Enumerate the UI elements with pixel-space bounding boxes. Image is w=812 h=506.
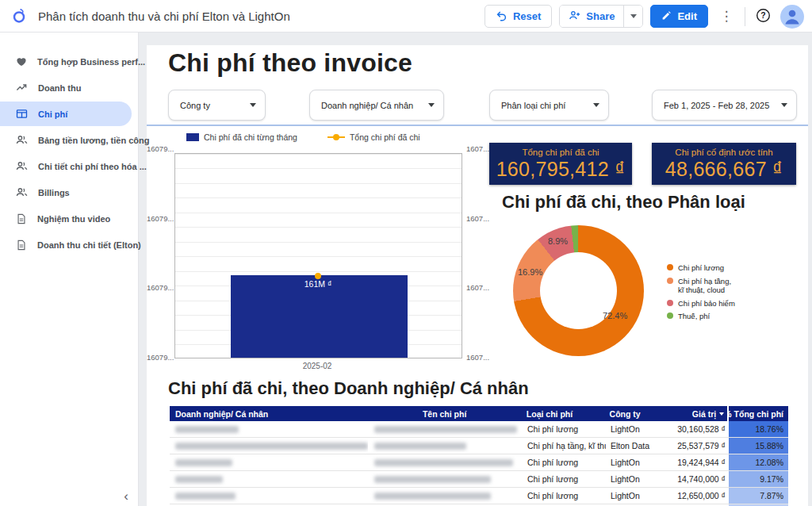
share-button[interactable]: Share (560, 6, 623, 27)
filter-expense-category[interactable]: Phân loại chi phí (489, 90, 609, 121)
donut-legend-item: Chi phí hạ tầng, kĩ thuật, cloud (667, 277, 735, 295)
cell-expense-name-redacted (368, 454, 523, 470)
expense-table: Doanh nghiệp/ Cá nhân Tên chi phí Loại c… (170, 406, 788, 506)
section-divider (147, 125, 808, 126)
cell-value: 25,537,579 ₫ (669, 438, 729, 454)
cell-expense-name-redacted (368, 438, 523, 454)
cell-business-redacted (170, 454, 368, 470)
bar-chart-plot: 161M ₫ (174, 153, 462, 358)
sidebar-item-label: Billings (38, 188, 70, 197)
report-canvas: Chi phí theo invoice Công ty Doanh nghiệ… (147, 45, 808, 506)
cell-pct-heat: 9.17% (729, 471, 788, 487)
header-divider (745, 7, 745, 26)
redacted-text (175, 459, 232, 466)
sidebar-item-tong-hop-business[interactable]: Tổng hợp Business perf... (0, 49, 132, 74)
cell-expense-name-redacted (368, 421, 523, 437)
redacted-text (175, 443, 368, 450)
cell-expense-type: Chi phí lương (523, 421, 606, 437)
legend-dot (667, 312, 673, 319)
donut-legend-item: Thuế, phí (667, 312, 735, 321)
filter-date-range[interactable]: Feb 1, 2025 - Feb 28, 2025 (652, 90, 797, 121)
sidebar-item-label: Bảng tiền lương, tiền công (38, 136, 149, 145)
legend-item-bar: Chi phí đã chi từng tháng (186, 132, 297, 142)
cell-pct-heat: 18.76% (729, 421, 788, 437)
table-body: Chi phí lươngLightOn30,160,528 ₫18.76%Ch… (170, 421, 788, 506)
donut-legend: Chi phí lương Chi phí hạ tầng, kĩ thuật,… (667, 263, 735, 325)
top-header: Phân tích doanh thu và chi phí Elton và … (0, 0, 812, 33)
person-add-icon (569, 10, 580, 24)
bar-chart-legend: Chi phí đã chi từng tháng Tổng chi phí đ… (186, 132, 420, 142)
slice-pct-label: 16.9% (518, 267, 542, 277)
redacted-text (374, 459, 513, 466)
table-header-row: Doanh nghiệp/ Cá nhân Tên chi phí Loại c… (170, 406, 788, 421)
filter-company[interactable]: Công ty (168, 90, 266, 121)
sidebar-item-nghiem-thu-video[interactable]: Nghiệm thu video (0, 206, 132, 231)
sidebar-item-label: Doanh thu chi tiết (Elton) (37, 240, 141, 250)
scorecard-value: 48,666,667 ₫ (652, 158, 796, 181)
sidebar-item-label: Nghiệm thu video (37, 214, 110, 224)
cell-expense-name-redacted (368, 488, 523, 504)
reset-button[interactable]: Reset (485, 5, 552, 28)
cell-business-redacted (170, 488, 368, 504)
scorecard-value: 160,795,412 ₫ (489, 158, 632, 181)
user-avatar[interactable] (780, 5, 804, 29)
col-header-business: Doanh nghiệp/ Cá nhân (170, 406, 367, 421)
edit-button[interactable]: Edit (650, 5, 708, 28)
sort-desc-icon (719, 412, 724, 416)
person-icon (782, 6, 802, 29)
donut-chart[interactable] (513, 225, 644, 356)
cell-pct-heat: 7.87% (729, 488, 788, 504)
y-axis-tick: 16079... (147, 353, 170, 362)
help-button[interactable]: ? (753, 6, 773, 27)
y-axis-tick: 1607... (466, 353, 490, 362)
y-axis-tick: 1607... (466, 283, 490, 292)
chevron-down-icon (781, 103, 787, 107)
table-row: Chi phí lươngLightOn14,740,000 ₫9.17% (170, 471, 788, 488)
collapse-sidebar-button[interactable]: ‹ (124, 489, 128, 504)
chevron-down-icon (250, 103, 256, 107)
share-dropdown-button[interactable] (623, 6, 642, 27)
bar-value-label: 161M ₫ (278, 279, 358, 289)
sidebar-item-label: Doanh thu (38, 83, 81, 93)
redacted-text (175, 426, 239, 433)
sidebar-item-chi-tiet-chi-phi[interactable]: Chi tiết chi phí theo hóa ... (0, 154, 132, 178)
col-header-value-sort[interactable]: Giá trị (668, 406, 727, 421)
cell-pct-heat: 15.88% (729, 438, 788, 454)
report-title: Phân tích doanh thu và chi phí Elton và … (38, 10, 290, 23)
cell-company: LightOn (606, 471, 669, 487)
table-row: Chi phí lươngLightOn30,160,528 ₫18.76% (170, 421, 788, 438)
more-options-button[interactable]: ⋮ (715, 6, 737, 28)
cell-business-redacted (170, 471, 368, 487)
document-icon (16, 213, 27, 224)
legend-swatch (186, 133, 199, 141)
cell-value: 30,160,528 ₫ (669, 421, 729, 437)
document-icon (16, 240, 27, 251)
kebab-icon: ⋮ (720, 9, 733, 24)
donut-chart-title: Chi phí đã chi, theo Phân loại (502, 192, 745, 213)
undo-icon (496, 10, 508, 24)
cell-company: LightOn (606, 454, 669, 470)
cell-company: LightOn (606, 421, 669, 437)
cell-company: Elton Data (606, 438, 669, 454)
cell-value: 12,650,000 ₫ (669, 488, 729, 504)
legend-item-line: Tổng chi phí đã chi (327, 132, 420, 142)
sidebar-item-doanh-thu-chi-tiet[interactable]: Doanh thu chi tiết (Elton) (0, 232, 132, 257)
sidebar-item-doanh-thu[interactable]: Doanh thu (0, 75, 132, 100)
line-data-point[interactable] (315, 273, 321, 279)
y-axis-tick: 16079... (147, 283, 170, 292)
slice-pct-label: 8.9% (548, 236, 568, 246)
looker-studio-logo-icon (11, 7, 28, 25)
legend-dot (667, 264, 673, 270)
x-axis-label: 2025-02 (285, 362, 349, 370)
sidebar-item-chi-phi[interactable]: Chi phí (0, 102, 132, 126)
filter-business-person[interactable]: Doanh nghiệp/ Cá nhân (309, 90, 444, 121)
sidebar-item-billings[interactable]: Billings (0, 180, 132, 205)
table-row: Chi phí hạ tầng, kĩ thuật, ...Elton Data… (170, 438, 788, 454)
y-axis-tick: 16079... (147, 144, 170, 153)
people-icon (16, 134, 28, 146)
y-axis-tick: 1607... (466, 144, 490, 153)
cell-value: 14,740,000 ₫ (669, 471, 729, 487)
svg-text:?: ? (760, 11, 765, 20)
pencil-icon (661, 10, 672, 23)
sidebar-item-bang-tien-luong[interactable]: Bảng tiền lương, tiền công (0, 128, 132, 152)
